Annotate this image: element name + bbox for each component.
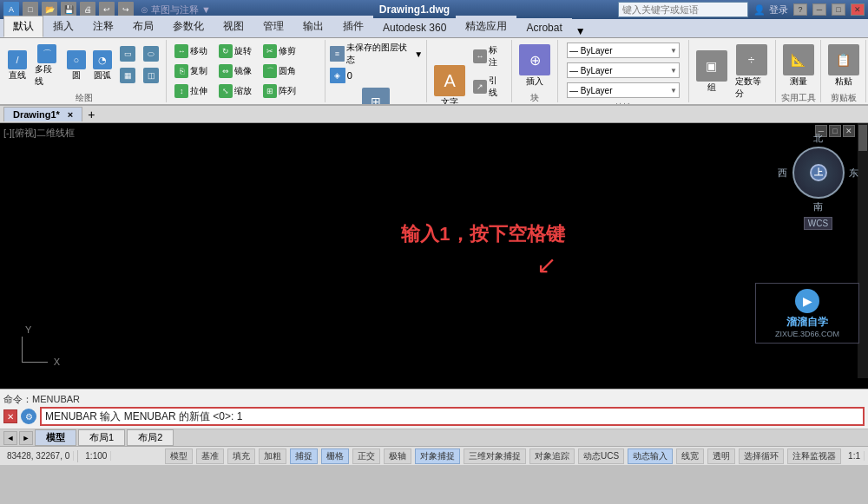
- page-tab-layout1[interactable]: 布局1: [78, 429, 125, 446]
- layer-state-icon[interactable]: ≡: [330, 46, 345, 62]
- tab-a360[interactable]: Autodesk 360: [373, 18, 456, 37]
- tab-layout[interactable]: 布局: [123, 16, 163, 37]
- btn-insert-block[interactable]: ⊕ 插入: [516, 42, 554, 90]
- tab-featured[interactable]: 精选应用: [456, 16, 516, 37]
- help-button[interactable]: ?: [793, 3, 807, 16]
- group-draw: / 直线 ⌒ 多段线 ○ 圆 ◔ 圆弧 ▭: [2, 40, 167, 102]
- btn-group[interactable]: ▣ 组: [694, 48, 730, 96]
- cmd-close-btn[interactable]: ✕: [3, 409, 17, 423]
- btn-mirror[interactable]: ⇔ 镜像: [215, 62, 259, 81]
- tab-default[interactable]: 默认: [3, 16, 43, 37]
- status-btn-transp[interactable]: 透明: [707, 448, 735, 464]
- linetype-dropdown[interactable]: — ByLayer ▼: [567, 62, 680, 78]
- status-btn-grid[interactable]: 栅格: [321, 448, 349, 464]
- axes: Y X: [13, 328, 48, 363]
- status-btn-dynin[interactable]: 动态输入: [628, 448, 673, 464]
- btn-fillet[interactable]: ⌒ 圆角: [260, 62, 303, 81]
- group-clipboard-label: 剪贴板: [831, 92, 857, 104]
- btn-dimension[interactable]: ↔ 标注: [470, 42, 508, 71]
- canvas-area[interactable]: [-][俯视]二维线框 ─ □ ✕ Y X 北 西 上 东: [0, 123, 868, 389]
- tab-view[interactable]: 视图: [214, 16, 253, 37]
- group-draw-label: 绘图: [76, 92, 93, 104]
- btn-arc[interactable]: ◔ 圆弧: [90, 48, 115, 84]
- btn-trim[interactable]: ✂ 修剪: [260, 42, 303, 61]
- btn-circle[interactable]: ○ 圆: [64, 48, 89, 84]
- btn-rotate[interactable]: ↻ 旋转: [215, 42, 259, 61]
- annotation-text: 输入1，按下空格键: [401, 221, 564, 247]
- status-btn-lw[interactable]: 线宽: [676, 448, 704, 464]
- status-btn-3dosnap[interactable]: 三维对象捕捉: [464, 448, 526, 464]
- tab-extra[interactable]: ▼: [575, 25, 586, 37]
- login-area[interactable]: 👤 登录: [753, 3, 788, 16]
- btn-measure[interactable]: 📐 测量: [779, 42, 818, 90]
- dim-icon: ↔: [473, 49, 486, 63]
- login-text[interactable]: 登录: [769, 3, 788, 16]
- status-btn-snap[interactable]: 捕捉: [290, 448, 318, 464]
- btn-scale[interactable]: ⤡ 缩放: [215, 82, 259, 101]
- status-btn-base[interactable]: 基准: [196, 448, 224, 464]
- new-tab-btn[interactable]: +: [84, 108, 98, 121]
- measure-label: 测量: [790, 75, 807, 88]
- group-block-label: 块: [530, 92, 539, 104]
- trim-label: 修剪: [279, 45, 296, 57]
- search-input[interactable]: [618, 2, 748, 17]
- page-tab-layout2[interactable]: 布局2: [127, 429, 174, 446]
- page-tab-model[interactable]: 模型: [35, 429, 76, 446]
- cmd-input[interactable]: [40, 407, 865, 426]
- status-btn-fill[interactable]: 填充: [227, 448, 255, 464]
- tab-insert[interactable]: 插入: [43, 16, 83, 37]
- color-dropdown[interactable]: — ByLayer ▼: [567, 43, 680, 58]
- btn-text[interactable]: A 文字: [431, 62, 468, 106]
- btn-hatch[interactable]: ▦: [116, 65, 139, 86]
- status-btn-polar[interactable]: 极轴: [384, 448, 411, 464]
- fillet-label: 圆角: [279, 65, 296, 77]
- minimize-button[interactable]: ─: [812, 3, 826, 16]
- btn-paste[interactable]: 📋 粘贴: [825, 42, 863, 90]
- text-label: 文字: [441, 96, 458, 106]
- group-block-content: ⊕ 插入: [516, 42, 554, 90]
- tab-manage[interactable]: 管理: [253, 16, 293, 37]
- tab-plugin[interactable]: 插件: [333, 16, 373, 37]
- btn-move[interactable]: ↔ 移动: [171, 42, 214, 61]
- btn-leader[interactable]: ↗ 引线: [470, 72, 508, 101]
- color-arrow: ▼: [670, 47, 677, 55]
- doc-tab-close[interactable]: ×: [68, 109, 73, 120]
- status-btn-ducs[interactable]: 动态UCS: [578, 448, 624, 464]
- page-nav-prev[interactable]: ◄: [3, 431, 17, 445]
- doc-tab-drawing1[interactable]: Drawing1* ×: [3, 107, 82, 121]
- status-btn-otrack[interactable]: 对象追踪: [529, 448, 575, 464]
- status-btn-bold[interactable]: 加粗: [259, 448, 286, 464]
- btn-rect[interactable]: ▭: [116, 43, 139, 64]
- btn-array[interactable]: ⊞ 阵列: [260, 82, 303, 101]
- status-btn-model[interactable]: 模型: [165, 448, 193, 464]
- btn-layer-props[interactable]: ⊞: [330, 85, 423, 106]
- maximize-button[interactable]: □: [832, 3, 845, 16]
- polyline-label: 多段线: [35, 63, 59, 88]
- status-btn-ortho[interactable]: 正交: [352, 448, 380, 464]
- lineweight-dropdown[interactable]: — ByLayer ▼: [567, 82, 680, 98]
- group-properties-content: — ByLayer ▼ — ByLayer ▼ — ByLayer ▼: [567, 42, 680, 100]
- status-btn-selcycle[interactable]: 选择循环: [739, 448, 784, 464]
- tab-parametric[interactable]: 参数化: [163, 16, 214, 37]
- btn-divide[interactable]: ÷ 定数等分: [732, 42, 772, 102]
- status-divider1: [77, 450, 78, 462]
- btn-gradient[interactable]: ◫: [140, 65, 162, 86]
- status-btn-annomonitor[interactable]: 注释监视器: [787, 448, 841, 464]
- btn-line[interactable]: / 直线: [5, 48, 30, 84]
- page-nav-next[interactable]: ►: [19, 431, 33, 445]
- layer-state-arrow: ▼: [414, 49, 423, 59]
- x-axis: X: [22, 362, 48, 363]
- tab-output[interactable]: 输出: [293, 16, 333, 37]
- close-button[interactable]: ✕: [851, 3, 865, 16]
- btn-polyline[interactable]: ⌒ 多段线: [31, 42, 62, 90]
- tab-annotation[interactable]: 注释: [83, 16, 123, 37]
- fillet-icon: ⌒: [263, 64, 277, 78]
- btn-copy[interactable]: ⎘ 复制: [171, 62, 214, 81]
- compass-north: 北: [813, 132, 823, 145]
- canvas-scroll-thumb[interactable]: [858, 125, 867, 151]
- status-btn-osnap[interactable]: 对象捕捉: [415, 448, 460, 464]
- btn-ellipse[interactable]: ⬭: [140, 43, 162, 64]
- layer-icon[interactable]: ◈: [330, 68, 345, 83]
- btn-stretch[interactable]: ↕ 拉伸: [171, 82, 214, 101]
- tab-acrobat[interactable]: Acrobat: [516, 18, 571, 37]
